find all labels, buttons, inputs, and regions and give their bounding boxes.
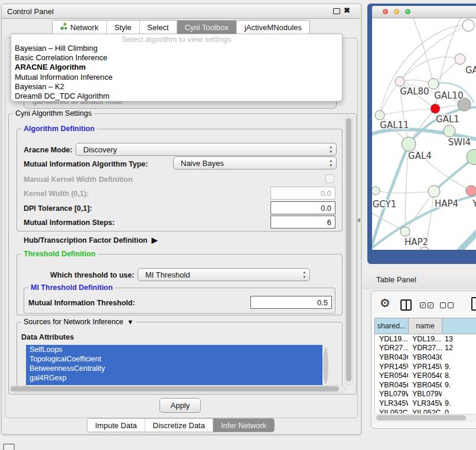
tab-style[interactable]: Style <box>107 21 140 34</box>
algorithm-option[interactable]: Basic Correlation Inference <box>11 53 342 63</box>
node-label: GAL4 <box>408 151 432 161</box>
close-traffic-light[interactable] <box>383 9 388 14</box>
network-edge <box>457 226 476 250</box>
network-node[interactable] <box>428 185 440 197</box>
algorithm-option[interactable]: Dream8 DC_TDC Algorithm <box>11 92 342 101</box>
algorithm-option[interactable]: ARACNE Algorithm <box>11 63 342 72</box>
tab-network[interactable]: Network <box>53 21 107 34</box>
node-label: GAL10 <box>434 90 463 101</box>
table-cell: YER054C <box>408 371 442 380</box>
attribute-item[interactable]: SelfLoops <box>26 345 322 354</box>
mi-steps-field[interactable]: 6 <box>270 216 335 229</box>
network-node[interactable] <box>402 137 416 151</box>
network-node[interactable] <box>375 110 384 120</box>
table-body[interactable]: YDL19...YDL19...13YDR27...YDR27...12YBR0… <box>374 334 476 413</box>
deselect-all-icon[interactable] <box>440 302 454 308</box>
network-node[interactable] <box>400 227 410 236</box>
table-row[interactable]: YLR345WYLR345W9. <box>375 399 476 408</box>
data-attributes-list[interactable]: SelfLoopsTopologicalCoefficientBetweenne… <box>26 345 322 387</box>
column-header-name[interactable]: name <box>409 318 442 334</box>
mi-type-combobox[interactable]: Naive Bayes ▴▾ <box>173 156 337 169</box>
attribute-list-scrollbar[interactable] <box>323 347 328 384</box>
data-attributes-label: Data Attributes <box>21 333 74 341</box>
table-row[interactable]: YBR045CYBR045C9. <box>375 380 476 390</box>
kernel-width-field[interactable]: 0.0 <box>270 187 335 200</box>
tab-jactivemnodules[interactable]: jActiveMNodules <box>237 21 309 34</box>
table-row[interactable]: YDR27...YDR27...12 <box>375 344 476 353</box>
network-node[interactable] <box>431 104 440 113</box>
column-header-clipped[interactable] <box>442 318 476 334</box>
mi-steps-label: Mutual Information Steps: <box>24 219 115 227</box>
table-row[interactable]: YPR145WYPR145W9. <box>375 362 476 371</box>
network-node[interactable] <box>462 19 474 31</box>
algorithm-option[interactable]: Bayesian – K2 <box>11 82 342 92</box>
minimize-traffic-light[interactable] <box>394 9 399 14</box>
unchecked-box-icon <box>448 302 454 308</box>
attribute-item[interactable]: BetweennessCentrality <box>26 364 322 373</box>
node-label: Y <box>472 198 476 209</box>
which-threshold-combobox[interactable]: MI Threshold ▴▾ <box>138 268 310 281</box>
table-row[interactable]: YDL19...YDL19...13 <box>375 334 476 344</box>
network-node[interactable] <box>428 79 439 89</box>
manual-kernel-checkbox[interactable] <box>325 174 334 183</box>
settings-vscroll-thumb[interactable] <box>346 118 351 381</box>
columns-icon-divider <box>406 301 407 309</box>
control-panel-titlebar[interactable] <box>2 4 360 19</box>
table-cell: 9. <box>442 381 476 389</box>
algorithm-option[interactable]: Mutual Information Inference <box>11 73 342 82</box>
network-node[interactable] <box>466 185 476 196</box>
mi-threshold-group-title: MI Threshold Definition <box>28 283 115 292</box>
combo-stepper-icon: ▴▾ <box>330 145 332 154</box>
dpi-tolerance-field[interactable]: 0.0 <box>270 201 335 214</box>
tab-label: Select <box>148 23 169 32</box>
table-row[interactable]: YIL052CYIL052C0. <box>375 408 476 413</box>
sources-toggle[interactable]: Sources for Network Inference ▼ <box>21 318 136 326</box>
tab-impute-data[interactable]: Impute Data <box>87 419 145 432</box>
dropdown-placeholder: Select algorithm to view settings <box>11 35 342 44</box>
table-row[interactable]: YBL079WYBL079W <box>375 390 476 399</box>
collapsed-panel-button[interactable] <box>3 444 15 450</box>
apply-button[interactable]: Apply <box>159 398 201 413</box>
algorithm-option[interactable]: Bayesian – Hill Climbing <box>11 44 342 53</box>
gear-icon[interactable]: ⚙ <box>380 297 390 309</box>
splitter-handle[interactable] <box>357 218 360 223</box>
zoom-traffic-light[interactable] <box>405 9 410 14</box>
network-node[interactable] <box>444 125 455 137</box>
close-icon[interactable]: ✖ <box>344 6 350 15</box>
mi-threshold-field[interactable]: 0.5 <box>250 296 332 309</box>
network-node[interactable] <box>395 77 405 86</box>
attribute-item[interactable]: TopologicalCoefficient <box>26 354 322 364</box>
table-cell: YBR043C <box>408 353 442 361</box>
table-hscroll-thumb[interactable] <box>376 415 466 420</box>
network-node[interactable] <box>455 54 465 64</box>
table-cell: YIL052C <box>375 409 408 413</box>
columns-icon[interactable] <box>400 299 412 311</box>
tab-discretize-data[interactable]: Discretize Data <box>145 419 213 432</box>
network-node[interactable] <box>372 187 380 195</box>
tab-label: Impute Data <box>95 421 137 430</box>
node-label: HAP2 <box>405 237 428 247</box>
page-icon[interactable] <box>471 297 476 311</box>
checked-box-icon: ✓ <box>428 302 433 308</box>
tab-cyni-toolbox[interactable]: Cyni Toolbox <box>177 21 237 34</box>
table-header: shared... name <box>374 318 476 334</box>
checked-box-icon: ✓ <box>420 302 426 308</box>
network-canvas[interactable]: GALGAL80GAL10GAL1GAL11SWI4GAL4GCY1HAP4YH… <box>372 18 476 250</box>
attribute-item[interactable]: gal4RGexp <box>26 373 322 383</box>
hub-section-toggle[interactable]: Hub/Transcription Factor Definition ▶ <box>24 236 158 244</box>
select-all-icon[interactable]: ✓ ✓ <box>420 302 433 308</box>
table-row[interactable]: YBR043CYBR043C <box>375 353 476 362</box>
table-row[interactable]: YER054CYER054C8. <box>375 371 476 380</box>
float-window-icon[interactable] <box>333 8 340 14</box>
column-header-shared[interactable]: shared... <box>375 318 409 334</box>
table-cell: YPR145W <box>375 363 408 371</box>
tab-select[interactable]: Select <box>140 21 177 34</box>
tab-label: Infer Network <box>221 421 266 430</box>
control-panel-tabbar: Network Style Select Cyni Toolbox jActiv… <box>52 20 310 34</box>
cyni-bottom-tabbar: Impute Data Discretize Data Infer Networ… <box>87 418 275 432</box>
settings-hscroll-thumb[interactable] <box>11 386 339 392</box>
tab-infer-network[interactable]: Infer Network <box>213 419 274 432</box>
table-cell: YBL079W <box>375 390 408 398</box>
network-edge <box>413 18 433 84</box>
aracne-mode-combobox[interactable]: Discovery ▴▾ <box>76 143 337 156</box>
